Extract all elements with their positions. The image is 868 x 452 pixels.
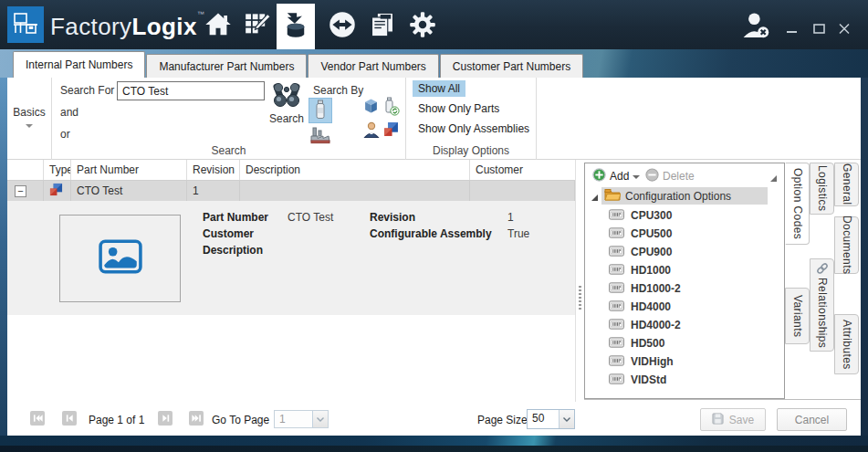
- tab-vendor-part-numbers[interactable]: Vendor Part Numbers: [308, 54, 438, 78]
- option-code-item[interactable]: CPU500: [609, 226, 672, 242]
- home-nav-button[interactable]: [200, 9, 236, 42]
- basics-group: Basics: [7, 78, 52, 160]
- show-only-assemblies-option[interactable]: Show Only Assemblies: [413, 121, 535, 137]
- option-code-item[interactable]: HD1000-2: [609, 280, 681, 297]
- part-number-tabs: Internal Part Numbers Manufacturer Part …: [13, 51, 584, 78]
- show-all-option[interactable]: Show All: [413, 80, 465, 97]
- search-for-input[interactable]: [117, 81, 265, 100]
- minimize-button[interactable]: [783, 22, 801, 38]
- part-detail-panel: Part Number CTO Test Revision 1 Customer…: [7, 201, 575, 315]
- close-icon: [839, 24, 850, 37]
- settings-nav-button[interactable]: [404, 9, 441, 42]
- search-by-part-toggle[interactable]: [309, 98, 332, 123]
- type-column-header[interactable]: Type: [44, 160, 71, 180]
- search-by-customer-toggle[interactable]: [363, 121, 380, 141]
- basics-dropdown[interactable]: Basics: [7, 106, 51, 119]
- option-code-icon: [609, 319, 624, 332]
- search-by-package-toggle[interactable]: [363, 98, 379, 117]
- content-area: Basics Search For and or: [7, 78, 861, 436]
- search-by-part-revision-toggle[interactable]: [383, 97, 400, 120]
- last-page-button[interactable]: [189, 411, 204, 426]
- tree-node-configuration-options[interactable]: Configuration Options: [601, 187, 768, 205]
- next-page-button[interactable]: [158, 411, 173, 426]
- panel-resize-grip[interactable]: [769, 173, 778, 185]
- production-nav-button[interactable]: [239, 9, 276, 42]
- side-tab-attributes[interactable]: Attributes: [834, 314, 859, 374]
- side-tab-relationships[interactable]: Relationships: [810, 258, 834, 352]
- or-label: or: [60, 128, 70, 141]
- side-tab-general[interactable]: General: [834, 163, 859, 206]
- tab-strip-band: Internal Part Numbers Manufacturer Part …: [0, 49, 868, 78]
- part-image-placeholder[interactable]: [59, 215, 181, 302]
- search-by-assembly-toggle[interactable]: [383, 121, 399, 140]
- part-number-column-header[interactable]: Part Number: [71, 160, 187, 180]
- option-code-item[interactable]: HD1000: [609, 262, 671, 279]
- chevron-down-icon: [559, 410, 574, 428]
- panel-splitter[interactable]: [575, 160, 576, 402]
- splitter-grip[interactable]: [579, 286, 581, 310]
- settings-gear-icon: [409, 11, 436, 41]
- delete-button-disabled[interactable]: Delete: [645, 168, 695, 184]
- tab-internal-part-numbers[interactable]: Internal Part Numbers: [13, 51, 145, 78]
- option-codes-panel: Add Delete: [584, 163, 785, 399]
- row-part-number-cell: CTO Test: [71, 181, 187, 201]
- option-code-icon: [609, 282, 624, 296]
- option-code-label: VIDHigh: [631, 355, 674, 368]
- option-code-item[interactable]: CPU300: [609, 207, 672, 224]
- close-button[interactable]: [835, 22, 853, 38]
- option-code-label: CPU900: [631, 246, 672, 258]
- expand-column-header: [7, 160, 44, 180]
- part-sync-icon: [383, 107, 400, 120]
- detail-customer-label: Customer: [203, 227, 254, 240]
- option-code-item[interactable]: HD500: [609, 335, 664, 352]
- add-button[interactable]: Add: [592, 168, 640, 184]
- option-code-icon: [609, 209, 624, 223]
- transfer-nav-button[interactable]: [324, 9, 361, 42]
- user-logout-button[interactable]: [741, 12, 772, 42]
- part-icon: [314, 100, 327, 122]
- cancel-button-label: Cancel: [795, 414, 829, 426]
- cancel-button[interactable]: Cancel: [777, 408, 847, 431]
- row-description-cell: [240, 181, 470, 201]
- save-button-disabled[interactable]: Save: [700, 408, 766, 431]
- page-size-label: Page Size: [477, 414, 528, 426]
- option-code-item[interactable]: VIDStd: [609, 372, 666, 388]
- description-column-header[interactable]: Description: [240, 160, 470, 180]
- table-row-selected[interactable]: − CTO Test 1: [7, 181, 575, 201]
- tab-customer-part-numbers[interactable]: Customer Part Numbers: [440, 54, 583, 78]
- maximize-button[interactable]: [810, 22, 828, 38]
- option-code-item[interactable]: HD4000: [609, 299, 671, 315]
- package-icon: [363, 104, 379, 117]
- tab-manufacturer-part-numbers[interactable]: Manufacturer Part Numbers: [146, 54, 307, 78]
- previous-page-button[interactable]: [62, 411, 77, 426]
- row-revision-cell: 1: [187, 181, 240, 201]
- search-button-label[interactable]: Search: [260, 112, 313, 125]
- side-tab-logistics[interactable]: Logistics: [810, 163, 834, 215]
- chevron-down-icon: [26, 124, 33, 128]
- first-page-button[interactable]: [30, 411, 45, 426]
- search-group: Search For and or: [52, 78, 406, 160]
- option-code-item[interactable]: CPU900: [609, 244, 672, 260]
- transfer-sync-icon: [329, 11, 356, 41]
- materials-nav-button-active[interactable]: [277, 4, 315, 49]
- tree-expanded-arrow[interactable]: [591, 192, 599, 205]
- reports-nav-button[interactable]: [364, 9, 401, 42]
- app-title: FactoryLogix™: [50, 10, 204, 41]
- page-size-select[interactable]: 50: [527, 409, 575, 429]
- option-code-label: HD1000-2: [631, 282, 681, 295]
- collapse-row-toggle[interactable]: −: [15, 185, 26, 197]
- show-only-parts-option[interactable]: Show Only Parts: [413, 100, 505, 117]
- option-code-icon: [609, 373, 624, 387]
- option-code-label: VIDStd: [631, 373, 666, 386]
- detail-revision-value: 1: [507, 211, 514, 224]
- display-options-label: Display Options: [406, 144, 536, 157]
- side-tab-documents[interactable]: Documents: [834, 216, 859, 274]
- revision-column-header[interactable]: Revision: [187, 160, 240, 180]
- option-code-item[interactable]: VIDHigh: [609, 353, 674, 370]
- search-button[interactable]: [269, 80, 304, 112]
- option-code-item[interactable]: HD4000-2: [609, 317, 681, 333]
- customer-column-header[interactable]: Customer: [470, 160, 575, 180]
- side-tab-variants[interactable]: Variants: [785, 288, 810, 344]
- side-tab-option-codes[interactable]: Option Codes: [785, 163, 810, 245]
- go-to-page-select[interactable]: 1: [274, 410, 329, 428]
